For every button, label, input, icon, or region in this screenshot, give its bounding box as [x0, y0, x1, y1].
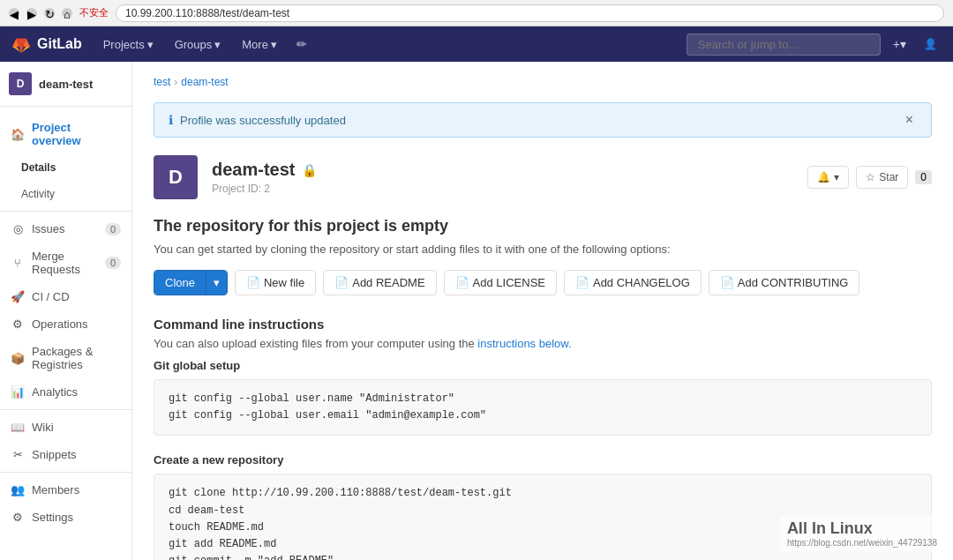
project-info: deam-test 🔒 Project ID: 2 [212, 160, 317, 195]
analytics-icon: 📊 [11, 385, 25, 399]
notification-btn[interactable]: 🔔 ▾ [807, 166, 849, 189]
projects-menu[interactable]: Projects ▾ [96, 34, 161, 55]
cmd-section-title: Command line instructions [154, 317, 932, 332]
sidebar: D deam-test 🏠 Project overview Details A… [0, 62, 132, 560]
empty-repo-desc: You can get started by cloning the repos… [154, 243, 932, 256]
sidebar-item-settings[interactable]: ⚙ Settings [0, 504, 131, 531]
sidebar-item-details[interactable]: Details [0, 154, 131, 181]
bell-icon: 🔔 [817, 171, 830, 183]
settings-icon: ⚙ [11, 511, 25, 524]
pencil-icon[interactable]: ✏ [291, 34, 312, 55]
home-btn[interactable]: ⌂ [62, 8, 72, 19]
instructions-link[interactable]: instructions below. [477, 337, 571, 350]
file-icon: 📄 [246, 276, 260, 289]
user-avatar-nav[interactable]: 👤 [919, 34, 942, 54]
project-header: D deam-test 🔒 Project ID: 2 🔔 ▾ ☆ Star 0 [154, 155, 932, 199]
new-item-btn[interactable]: +▾ [888, 34, 912, 55]
license-icon: 📄 [455, 276, 469, 289]
add-readme-btn[interactable]: 📄 Add README [323, 270, 436, 295]
url-bar[interactable] [116, 4, 944, 22]
sidebar-divider-2 [0, 409, 131, 410]
cmd-section-desc: You can also upload existing files from … [154, 337, 932, 350]
new-file-btn[interactable]: 📄 New file [235, 270, 316, 295]
project-avatar: D [154, 155, 198, 199]
contributing-icon: 📄 [720, 276, 734, 289]
snippets-icon: ✂ [11, 448, 25, 461]
breadcrumb-sep: › [174, 76, 177, 88]
add-changelog-btn[interactable]: 📄 Add CHANGELOG [564, 270, 702, 295]
merge-icon: ⑂ [11, 257, 25, 270]
security-label: 不安全 [79, 6, 109, 19]
groups-menu[interactable]: Groups ▾ [168, 34, 229, 55]
forward-btn[interactable]: ▶ [26, 8, 37, 19]
mr-badge: 0 [105, 257, 121, 269]
success-alert: ℹ Profile was successfully updated × [154, 102, 932, 138]
sidebar-divider-3 [0, 472, 131, 473]
add-license-btn[interactable]: 📄 Add LICENSE [444, 270, 557, 295]
sidebar-divider-1 [0, 211, 131, 212]
watermark-url: https://blog.csdn.net/weixin_44729138 [787, 538, 937, 548]
more-menu[interactable]: More ▾ [235, 34, 284, 55]
project-id: Project ID: 2 [212, 183, 317, 195]
refresh-btn[interactable]: ↻ [44, 8, 55, 19]
git-global-section: Git global setup git config --global use… [154, 359, 932, 436]
ci-icon: 🚀 [11, 290, 25, 303]
action-buttons: Clone ▾ 📄 New file 📄 Add README 📄 Add LI… [154, 270, 932, 295]
clone-btn[interactable]: Clone [154, 271, 206, 295]
git-global-title: Git global setup [154, 359, 932, 372]
search-input[interactable] [687, 34, 881, 56]
breadcrumb-test[interactable]: test [154, 76, 170, 88]
sidebar-item-project-overview[interactable]: 🏠 Project overview [0, 114, 131, 154]
sidebar-item-members[interactable]: 👥 Members [0, 476, 131, 504]
sidebar-item-wiki[interactable]: 📖 Wiki [0, 414, 131, 441]
watermark: All In Linux https://blog.csdn.net/weixi… [780, 516, 944, 551]
watermark-title: All In Linux [787, 519, 937, 538]
add-contributing-btn[interactable]: 📄 Add CONTRIBUTING [709, 270, 860, 295]
sidebar-item-activity[interactable]: Activity [0, 181, 131, 207]
main-content: test › deam-test ℹ Profile was successfu… [132, 62, 953, 560]
clone-dropdown-btn[interactable]: ▾ [206, 271, 227, 295]
home-icon: 🏠 [11, 128, 25, 141]
star-count: 0 [915, 170, 932, 184]
browser-bar: ◀ ▶ ↻ ⌂ 不安全 [0, 0, 953, 26]
changelog-icon: 📄 [575, 276, 589, 289]
alert-close-btn[interactable]: × [902, 112, 917, 128]
sidebar-item-issues[interactable]: ◎ Issues 0 [0, 215, 131, 243]
issues-icon: ◎ [11, 222, 25, 235]
gitlab-logo[interactable]: GitLab [11, 34, 82, 55]
star-btn[interactable]: ☆ Star [856, 166, 908, 189]
sidebar-project-avatar: D [9, 72, 32, 95]
git-global-code: git config --global user.name "Administr… [154, 379, 932, 436]
sidebar-project-header: D deam-test [0, 62, 131, 107]
sidebar-item-merge-requests[interactable]: ⑂ Merge Requests 0 [0, 243, 131, 283]
sidebar-item-ci-cd[interactable]: 🚀 CI / CD [0, 283, 131, 310]
sidebar-item-analytics[interactable]: 📊 Analytics [0, 378, 131, 406]
top-nav: GitLab Projects ▾ Groups ▾ More ▾ ✏ +▾ 👤 [0, 26, 953, 62]
lock-icon: 🔒 [302, 163, 317, 177]
project-actions: 🔔 ▾ ☆ Star 0 [807, 166, 932, 189]
breadcrumb: test › deam-test [154, 76, 932, 88]
packages-icon: 📦 [11, 352, 25, 365]
notification-chevron: ▾ [834, 171, 839, 183]
new-repo-title: Create a new repository [154, 453, 932, 467]
logo-text: GitLab [37, 36, 82, 52]
project-title: deam-test 🔒 [212, 160, 317, 180]
empty-repo-title: The repository for this project is empty [154, 217, 932, 235]
sidebar-project-name: deam-test [39, 78, 93, 91]
sidebar-item-packages[interactable]: 📦 Packages & Registries [0, 338, 131, 378]
main-layout: D deam-test 🏠 Project overview Details A… [0, 62, 953, 560]
sidebar-item-snippets[interactable]: ✂ Snippets [0, 441, 131, 468]
wiki-icon: 📖 [11, 421, 25, 434]
alert-info-icon: ℹ [169, 113, 173, 127]
operations-icon: ⚙ [11, 317, 25, 331]
back-btn[interactable]: ◀ [9, 8, 19, 19]
alert-text: Profile was successfully updated [180, 114, 895, 127]
breadcrumb-project[interactable]: deam-test [181, 76, 228, 88]
readme-icon: 📄 [334, 276, 349, 289]
sidebar-nav: 🏠 Project overview Details Activity ◎ Is… [0, 107, 131, 538]
issues-badge: 0 [105, 223, 121, 235]
sidebar-item-operations[interactable]: ⚙ Operations [0, 310, 131, 338]
members-icon: 👥 [11, 483, 25, 497]
star-icon: ☆ [866, 171, 875, 183]
